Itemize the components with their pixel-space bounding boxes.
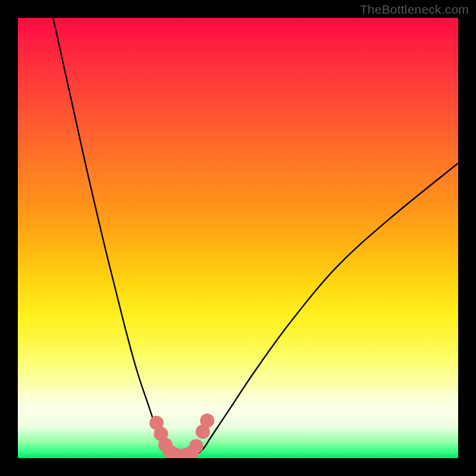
curve-layer: [18, 18, 458, 458]
watermark-text: TheBottleneck.com: [360, 2, 469, 17]
highlight-dot: [189, 439, 203, 453]
bottleneck-curve: [53, 18, 458, 458]
plot-area: [18, 18, 458, 458]
chart-frame: TheBottleneck.com: [0, 0, 476, 476]
highlight-dot: [200, 414, 214, 428]
